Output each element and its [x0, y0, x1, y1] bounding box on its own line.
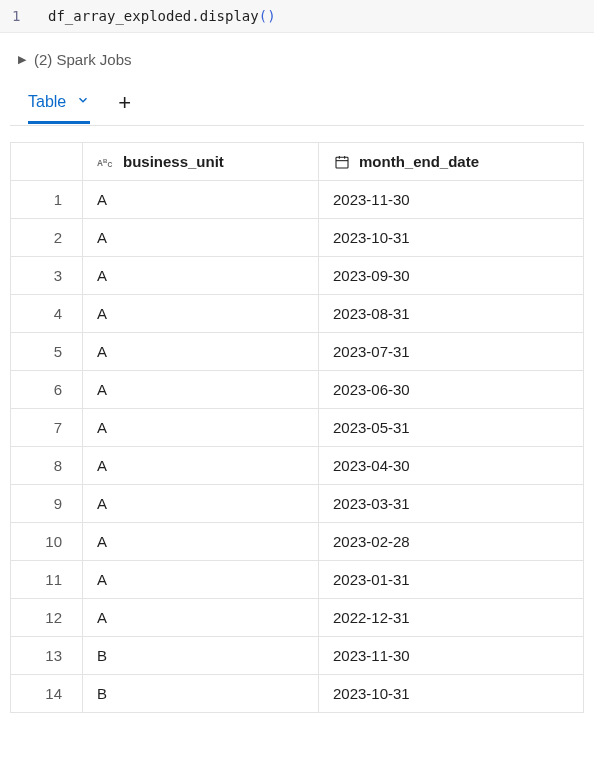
output-area: Table + A B C business_un [0, 78, 594, 723]
cell-month-end-date: 2022-12-31 [318, 599, 583, 637]
table-row[interactable]: 6A2023-06-30 [11, 371, 584, 409]
cell-business-unit: A [83, 523, 319, 561]
svg-text:C: C [108, 160, 113, 167]
data-table: A B C business_unit [10, 142, 584, 713]
cell-month-end-date: 2023-11-30 [318, 181, 583, 219]
table-row[interactable]: 13B2023-11-30 [11, 637, 584, 675]
tab-table-label: Table [28, 93, 66, 111]
plus-icon: + [118, 90, 131, 115]
svg-text:A: A [97, 158, 103, 167]
table-row[interactable]: 4A2023-08-31 [11, 295, 584, 333]
row-number: 14 [11, 675, 83, 713]
tab-underline [10, 125, 584, 126]
cell-business-unit: A [83, 219, 319, 257]
cell-month-end-date: 2023-04-30 [318, 447, 583, 485]
row-number: 6 [11, 371, 83, 409]
code-call: df_array_exploded.display [48, 8, 259, 24]
cell-month-end-date: 2023-09-30 [318, 257, 583, 295]
tab-table[interactable]: Table [28, 93, 90, 124]
cell-business-unit: A [83, 257, 319, 295]
cell-business-unit: B [83, 637, 319, 675]
cell-month-end-date: 2023-05-31 [318, 409, 583, 447]
table-row[interactable]: 7A2023-05-31 [11, 409, 584, 447]
table-row[interactable]: 5A2023-07-31 [11, 333, 584, 371]
row-number: 9 [11, 485, 83, 523]
chevron-right-icon: ▶ [18, 53, 26, 66]
column-name: month_end_date [359, 153, 479, 170]
table-header-row: A B C business_unit [11, 143, 584, 181]
cell-month-end-date: 2023-11-30 [318, 637, 583, 675]
cell-month-end-date: 2023-08-31 [318, 295, 583, 333]
column-header-month-end-date[interactable]: month_end_date [318, 143, 583, 181]
table-row[interactable]: 12A2022-12-31 [11, 599, 584, 637]
table-row[interactable]: 3A2023-09-30 [11, 257, 584, 295]
cell-business-unit: A [83, 485, 319, 523]
row-number: 2 [11, 219, 83, 257]
add-tab-button[interactable]: + [118, 90, 131, 126]
cell-business-unit: A [83, 295, 319, 333]
date-type-icon [333, 154, 351, 170]
cell-business-unit: A [83, 447, 319, 485]
cell-month-end-date: 2023-10-31 [318, 675, 583, 713]
row-number: 10 [11, 523, 83, 561]
row-number: 8 [11, 447, 83, 485]
row-number: 11 [11, 561, 83, 599]
row-number: 3 [11, 257, 83, 295]
cell-business-unit: A [83, 333, 319, 371]
row-number: 13 [11, 637, 83, 675]
code-parens: () [259, 8, 276, 24]
row-number: 7 [11, 409, 83, 447]
cell-business-unit: A [83, 409, 319, 447]
svg-rect-3 [336, 157, 348, 168]
code-cell[interactable]: 1 df_array_exploded.display() [0, 0, 594, 33]
tab-bar: Table + [10, 78, 584, 126]
cell-business-unit: A [83, 371, 319, 409]
table-row[interactable]: 14B2023-10-31 [11, 675, 584, 713]
cell-business-unit: A [83, 599, 319, 637]
cell-month-end-date: 2023-01-31 [318, 561, 583, 599]
row-number-header[interactable] [11, 143, 83, 181]
cell-month-end-date: 2023-02-28 [318, 523, 583, 561]
code-line-number: 1 [12, 8, 24, 24]
chevron-down-icon[interactable] [76, 93, 90, 111]
table-row[interactable]: 2A2023-10-31 [11, 219, 584, 257]
table-row[interactable]: 10A2023-02-28 [11, 523, 584, 561]
string-type-icon: A B C [97, 154, 115, 170]
table-row[interactable]: 9A2023-03-31 [11, 485, 584, 523]
spark-jobs-label: (2) Spark Jobs [34, 51, 132, 68]
cell-month-end-date: 2023-06-30 [318, 371, 583, 409]
row-number: 1 [11, 181, 83, 219]
cell-month-end-date: 2023-07-31 [318, 333, 583, 371]
table-row[interactable]: 11A2023-01-31 [11, 561, 584, 599]
row-number: 4 [11, 295, 83, 333]
column-header-business-unit[interactable]: A B C business_unit [83, 143, 319, 181]
spark-jobs-toggle[interactable]: ▶ (2) Spark Jobs [0, 33, 594, 78]
row-number: 12 [11, 599, 83, 637]
code-text: df_array_exploded.display() [48, 8, 276, 24]
row-number: 5 [11, 333, 83, 371]
cell-month-end-date: 2023-03-31 [318, 485, 583, 523]
cell-business-unit: B [83, 675, 319, 713]
table-row[interactable]: 1A2023-11-30 [11, 181, 584, 219]
table-row[interactable]: 8A2023-04-30 [11, 447, 584, 485]
column-name: business_unit [123, 153, 224, 170]
cell-business-unit: A [83, 561, 319, 599]
cell-month-end-date: 2023-10-31 [318, 219, 583, 257]
cell-business-unit: A [83, 181, 319, 219]
